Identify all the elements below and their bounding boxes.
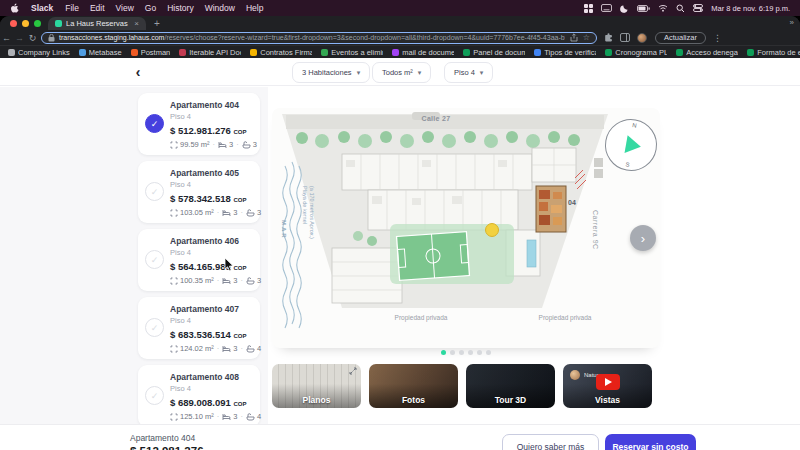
moon-icon[interactable] [620,4,629,13]
selection-radio[interactable]: ✓ [145,114,164,133]
footer-bar: Apartamento 404 $ 512.981.276 Quiero sab… [0,424,800,450]
gallery-thumb[interactable]: Planos [272,364,361,408]
bookmark-item[interactable]: Cronograma PLP... [605,48,667,57]
filter-dropdown[interactable]: Todos m² ▾ [372,62,431,83]
keyboard-icon[interactable] [601,4,612,12]
traffic-light-close[interactable] [10,20,17,27]
plan-street-right-label: Carrera 9C [592,210,599,250]
selection-radio[interactable]: ✓ [145,318,164,337]
nav-back-button[interactable]: ← [0,33,13,43]
menubar-item[interactable]: Window [205,3,235,13]
traffic-light-minimize[interactable] [22,20,29,27]
pagination-dot[interactable] [477,350,482,355]
apple-icon[interactable] [10,3,19,13]
menubar-item[interactable]: History [167,3,193,13]
profile-avatar[interactable] [637,33,647,43]
pagination-dot[interactable] [441,350,446,355]
menubar-item[interactable]: File [65,3,79,13]
listing-card[interactable]: ✓ Apartamento 405 Piso 4 $ 578.342.518 C… [138,161,260,223]
bookmark-label: Cronograma PLP... [615,48,667,57]
traffic-light-zoom[interactable] [34,20,41,27]
bookmark-favicon [131,49,138,56]
side-panel-icon[interactable] [620,33,630,42]
bookmark-item[interactable]: Acceso denegado [676,48,738,57]
bookmark-item[interactable]: Company Links [8,48,70,57]
menubar-item[interactable]: View [116,3,134,13]
listing-card[interactable]: ✓ Apartamento 407 Piso 4 $ 683.536.514 C… [138,297,260,359]
macos-menubar: Slack FileEditViewGoHistoryWindowHelp Ma… [0,0,800,16]
selection-radio[interactable]: ✓ [145,250,164,269]
browser-menu-icon[interactable]: ⋮ [713,33,722,43]
bookmark-item[interactable]: Tipos de verificaci... [534,48,596,57]
wifi-icon[interactable] [658,4,668,12]
listing-card[interactable]: ✓ Apartamento 406 Piso 4 $ 564.165.985 C… [138,229,260,291]
reserve-button[interactable]: Reservar sin costo [605,434,696,450]
bookmark-label: Panel de documen... [473,48,525,57]
bookmark-star-icon[interactable]: ☆ [583,34,590,42]
listing-currency: COP [233,129,246,135]
address-bar[interactable]: transacciones.staging.lahaus.com /reserv… [41,32,597,44]
listing-price: $ 578.342.518 [170,193,231,204]
pagination-dot[interactable] [450,350,455,355]
selection-radio[interactable]: ✓ [145,182,164,201]
control-center-icon[interactable] [693,4,703,12]
bookmark-item[interactable]: Metabase [79,48,122,57]
thumb-label: Fotos [369,395,458,405]
back-button[interactable]: ‹ [130,62,146,82]
plan-beach-label: Playa de kernel (a 170 metros Aprox.) [302,186,315,239]
filter-dropdown[interactable]: 3 Habitaciones ▾ [292,62,370,83]
bookmark-item[interactable]: Iterable API Docu... [179,48,241,57]
bookmark-item[interactable]: Eventos a eliminar... [321,48,383,57]
menubar-item[interactable]: Go [145,3,156,13]
lahaus-app: ‹ 3 Habitaciones ▾ Todos m² ▾ [0,58,800,450]
thumb-label: Vistas [563,395,652,405]
bookmark-item[interactable]: Contratos Firmad... [250,48,312,57]
menubar-item[interactable]: Edit [90,3,105,13]
gallery-thumb[interactable]: Tour 3D [466,364,555,408]
bookmark-item[interactable]: Postman [131,48,171,57]
listing-floor: Piso 4 [170,180,254,189]
screen: Slack FileEditViewGoHistoryWindowHelp Ma… [0,0,800,450]
thumb-label: Tour 3D [466,395,555,405]
next-slide-button[interactable]: › [630,225,656,251]
menubar-clock[interactable]: Mar 8 de nov. 6:19 p.m. [711,4,790,13]
listing-card[interactable]: ✓ Apartamento 404 Piso 4 $ 512.981.276 C… [138,93,260,155]
pagination-dot[interactable] [459,350,464,355]
gallery-thumb[interactable]: Fotos [369,364,458,408]
listing-card[interactable]: ✓ Apartamento 408 Piso 4 $ 689.008.091 C… [138,365,260,427]
bookmarks-overflow-icon[interactable]: » [790,16,794,29]
gallery-thumb[interactable]: Natura Vistas [563,364,652,408]
bookmark-item[interactable]: Panel de documen... [463,48,525,57]
extensions-icon[interactable] [604,33,613,42]
know-more-button[interactable]: Quiero saber más [502,434,599,450]
actualizar-button[interactable]: Actualizar [655,32,706,44]
site-plan-graphic [272,108,660,348]
grid-icon[interactable] [584,4,593,13]
area-icon [170,141,178,149]
bookmark-label: mail de document... [402,48,454,57]
battery-icon[interactable] [637,5,650,12]
filter-dropdown[interactable]: Piso 4 ▾ [444,62,493,83]
listing-baths: 4 [257,412,261,421]
browser-tab[interactable]: La Haus Reservas × [48,17,146,30]
area-icon [170,209,178,217]
menubar-app-name[interactable]: Slack [31,3,53,13]
reload-button[interactable]: ↻ [26,33,39,43]
share-icon[interactable] [570,33,578,42]
bookmark-item[interactable]: mail de document... [392,48,454,57]
listing-floor: Piso 4 [170,384,254,393]
nav-forward-button[interactable]: → [13,33,26,43]
plan-private-label-right: Propiedad privada [536,314,594,323]
bookmark-favicon [534,49,541,56]
tab-close-icon[interactable]: × [134,20,139,28]
new-tab-button[interactable]: + [154,18,160,29]
thumb-label: Planos [272,395,361,405]
selection-radio[interactable]: ✓ [145,386,164,405]
check-icon: ✓ [151,323,159,333]
bookmark-favicon [79,49,86,56]
menubar-item[interactable]: Help [246,3,263,13]
bookmark-item[interactable]: Formato de espec... [747,48,800,57]
pagination-dot[interactable] [468,350,473,355]
pagination-dot[interactable] [486,350,491,355]
search-icon[interactable] [676,4,685,13]
